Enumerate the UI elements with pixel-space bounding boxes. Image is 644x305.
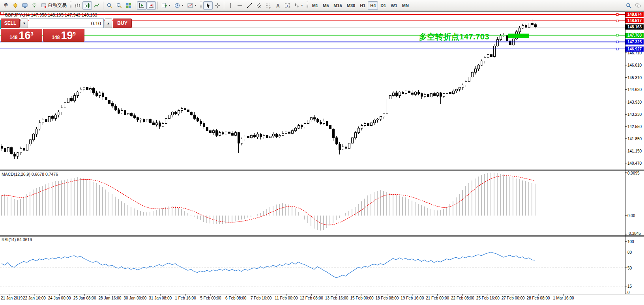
auto-scroll-button[interactable] [137,1,146,10]
price-axis[interactable] [625,12,644,294]
panel-edge-accent [0,20,1,29]
shift-icon [148,2,154,9]
linechart-icon [94,2,100,9]
fibonacci-button[interactable]: F [264,1,273,10]
channel-icon: E [256,2,262,9]
bar-chart-button[interactable] [73,1,82,10]
search-button[interactable] [624,1,633,10]
price-level-label: 147.325 [625,39,644,45]
templates-button[interactable]: ▼ [185,1,198,10]
equidistant-channel-button[interactable]: E [254,1,264,10]
line-chart-button[interactable] [92,1,101,10]
volume-decrease-button[interactable]: ▼ [21,19,28,28]
arrows-button[interactable]: ▼ [292,1,305,10]
timeframe-m15-button[interactable]: M15 [331,1,344,10]
autotrading-button[interactable]: 自动交易 [39,1,68,10]
rsi-label: RSI(14) 64.3619 [2,237,32,242]
fibo-icon: F [265,2,271,9]
clock-icon [174,2,180,9]
svg-text:F: F [269,6,271,9]
buy-price-prefix: 148 [52,35,60,40]
sell-button[interactable]: SELL [1,19,20,28]
sell-price-prefix: 148 [9,35,17,40]
buy-price-big: 19 [61,30,73,41]
buy-button[interactable]: BUY [113,19,132,28]
toolbar-separator [103,2,103,9]
text-label-button[interactable]: T [283,1,292,10]
signals-button[interactable] [30,1,39,10]
periods-button[interactable]: ▼ [172,1,185,10]
tile-windows-button[interactable] [124,1,133,10]
svg-text:A: A [276,3,280,8]
search-icon [625,2,632,9]
timeframe-m30-button[interactable]: M30 [344,1,358,10]
candlestick-chart-button[interactable] [82,1,92,10]
timeframe-m1-button[interactable]: M1 [310,1,320,10]
one-click-trade-panel: SELL ▼ ▲ BUY 148 16 3 148 19 9 [1,19,84,42]
zoom-in-button[interactable] [105,1,114,10]
macd-label: MACD(12,26,9) 0.6678 0.7476 [2,172,58,177]
indicators-button[interactable]: ▼ [159,1,172,10]
community-chat-button[interactable] [633,1,643,10]
chat-icon [635,2,641,9]
timeframe-m5-button[interactable]: M5 [320,1,331,10]
toolbar-separator [224,2,224,9]
mt4-window: 单自动交易▼▼▼EFAT▼M1M5M15M30H1H4D1W1MN ▲ GBPJ… [0,0,644,305]
timeframe-w1-button[interactable]: W1 [388,1,400,10]
text-button[interactable]: A [273,1,283,10]
sell-price-big: 16 [19,30,30,41]
timeframe-d1-button[interactable]: D1 [378,1,388,10]
autotrading-button-label: 自动交易 [48,2,67,9]
textT-icon: T [284,2,290,9]
new-order-button[interactable]: 单 [1,1,11,10]
dropdown-arrow-icon: ▼ [301,4,303,7]
horizontal-line-button[interactable] [235,1,245,10]
crosshair-button[interactable] [213,1,222,10]
meta-icon [12,2,19,9]
toolbar-separator [135,2,135,9]
svg-text:E: E [260,6,261,8]
template-icon [187,2,193,9]
hline-icon [237,2,243,9]
candles-icon [84,2,90,9]
toolbar-drag-handle[interactable] [307,2,308,9]
tile-icon [125,2,132,9]
toolbar-drag-handle[interactable] [70,2,71,9]
signal-icon [31,2,37,9]
trendline-button[interactable] [245,1,254,10]
metaeditor-button[interactable] [11,1,20,10]
bars-icon [75,2,81,9]
terminal-icon [22,2,28,9]
dropdown-arrow-icon: ▼ [181,4,184,7]
price-level-label: 148.517 [625,18,644,23]
cursor-button[interactable] [203,1,213,10]
zoomin-icon [107,2,113,9]
zoom-out-button[interactable] [114,1,124,10]
arrows-icon [294,2,300,9]
vertical-line-button[interactable] [226,1,235,10]
indicators-icon [161,2,167,9]
autoscroll-icon [139,2,145,9]
sell-price[interactable]: 148 16 3 [1,29,42,42]
buy-price-sup: 9 [73,31,75,37]
zoomout-icon [116,2,122,9]
cursor-icon [205,2,211,9]
toolbar: 单自动交易▼▼▼EFAT▼M1M5M15M30H1H4D1W1MN [0,0,644,11]
price-level-label: 146.927 [625,46,644,52]
chart-shift-button[interactable] [146,1,156,10]
volume-increase-button[interactable]: ▲ [105,19,112,28]
terminal-button[interactable] [20,1,30,10]
time-axis[interactable] [0,294,625,305]
pivot-annotation: 多空转折点147.703 [384,32,489,42]
timeframe-h1-button[interactable]: H1 [358,1,368,10]
autotrade-icon [41,2,47,9]
buy-price[interactable]: 148 19 9 [43,29,84,42]
new-order-button-label: 单 [4,2,8,9]
timeframe-h4-button[interactable]: H4 [368,1,378,10]
chart-canvas[interactable] [0,0,644,305]
crosshair-icon [214,2,221,9]
toolbar-drag-handle[interactable] [200,2,202,9]
timeframe-mn-button[interactable]: MN [400,1,411,10]
volume-input[interactable] [29,19,104,28]
price-level-label: 148.874 [625,12,644,17]
